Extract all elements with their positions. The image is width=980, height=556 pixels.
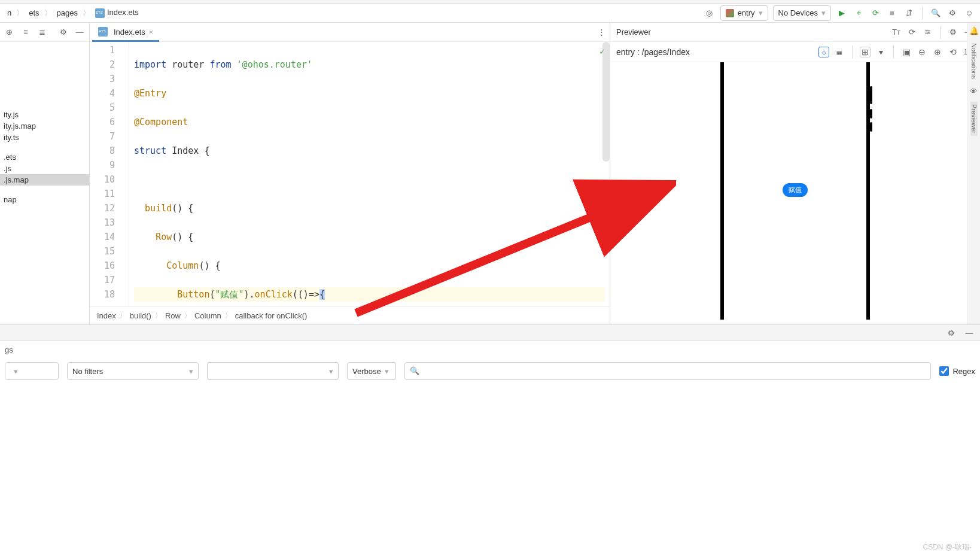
nav-line: n〉 ets〉 pages〉 Index.ets ◎ entry ▾ No De… bbox=[0, 4, 980, 23]
select-opened-file-icon[interactable]: ⊕ bbox=[4, 26, 15, 38]
regex-checkbox[interactable] bbox=[939, 366, 949, 376]
file-item[interactable]: .js bbox=[0, 163, 89, 174]
preview-canvas[interactable]: 赋值 bbox=[610, 62, 980, 324]
file-item[interactable]: ity.js bbox=[0, 109, 89, 120]
chevron-down-icon[interactable]: ▾ bbox=[875, 47, 886, 57]
path-breadcrumb: n〉 ets〉 pages〉 Index.ets bbox=[5, 7, 141, 19]
text-zoom-icon[interactable]: Tт bbox=[891, 27, 902, 38]
module-select[interactable]: entry ▾ bbox=[720, 5, 768, 21]
regex-toggle[interactable]: Regex bbox=[939, 366, 975, 376]
file-item[interactable]: ity.ts bbox=[0, 132, 89, 143]
zoom-in-icon[interactable]: ⊕ bbox=[932, 47, 943, 57]
toolbar-right: ◎ entry ▾ No Devices ▾ ▶ ⌖ ⟳ ■ ⇵ 🔍 ⚙ ☺ bbox=[704, 5, 975, 21]
filter-select[interactable]: No filters▾ bbox=[67, 362, 199, 380]
gear-icon[interactable]: ⚙ bbox=[57, 26, 69, 38]
device-frame: 赋值 bbox=[720, 62, 870, 320]
log-search[interactable]: 🔍 bbox=[404, 362, 931, 380]
regex-label: Regex bbox=[952, 367, 975, 376]
collapse-icon[interactable]: ≣ bbox=[36, 26, 48, 38]
refresh-icon[interactable]: ⟳ bbox=[906, 27, 917, 38]
stop-icon[interactable]: ■ bbox=[886, 7, 898, 19]
previewer-tab[interactable]: Previewer bbox=[970, 102, 978, 136]
devices-select[interactable]: No Devices ▾ bbox=[773, 5, 831, 21]
tag-select[interactable]: ▾ bbox=[207, 362, 339, 380]
layers-icon[interactable]: ≋ bbox=[922, 27, 933, 38]
inspector-icon[interactable]: ⟐ bbox=[818, 47, 829, 57]
watermark: CSDN @-耿瑞- bbox=[923, 542, 972, 552]
preview-path: entry : /pages/Index bbox=[616, 47, 690, 57]
module-icon bbox=[726, 9, 734, 17]
eye-icon[interactable]: 👁 bbox=[969, 86, 979, 97]
notifications-tab[interactable]: Notifications bbox=[970, 41, 978, 81]
previewer-subheader: entry : /pages/Index ⟐ ≣ ⊞ ▾ ▣ ⊖ ⊕ ⟲ 1:1 bbox=[610, 42, 980, 62]
more-icon[interactable]: ⋮ bbox=[595, 26, 607, 38]
file-item[interactable]: .ets bbox=[0, 151, 89, 163]
close-icon[interactable]: × bbox=[149, 28, 154, 37]
file-item[interactable]: nap bbox=[0, 194, 89, 205]
ets-file-icon bbox=[95, 8, 105, 18]
gutter: 1234 5678 9101112 13141516 1718 bbox=[90, 42, 121, 306]
sidebar-tools: ⊕ ≡ ≣ ⚙ — bbox=[0, 23, 89, 42]
zoom-out-icon[interactable]: ⊖ bbox=[917, 47, 927, 57]
expand-icon[interactable]: ≡ bbox=[20, 26, 31, 38]
crumb-file-label: Index.ets bbox=[107, 8, 139, 17]
search-icon: 🔍 bbox=[410, 366, 419, 375]
file-item[interactable]: ity.js.map bbox=[0, 120, 89, 132]
ets-file-icon bbox=[98, 27, 108, 37]
crop-icon[interactable]: ▣ bbox=[901, 47, 912, 57]
editor-tabs: Index.ets × ⋮ bbox=[90, 23, 610, 42]
file-tree[interactable]: ity.js ity.js.map ity.ts .ets .js .js.ma… bbox=[0, 42, 89, 324]
code-area[interactable]: import router from '@ohos.router' @Entry… bbox=[129, 42, 610, 306]
separator bbox=[922, 7, 923, 20]
file-item-selected[interactable]: .js.map bbox=[0, 174, 89, 186]
main-split: ⊕ ≡ ≣ ⚙ — ity.js ity.js.map ity.ts .ets … bbox=[0, 23, 980, 324]
tab-label: Index.ets bbox=[114, 28, 145, 37]
code-breadcrumb[interactable]: Index〉 build()〉 Row〉 Column〉 callback fo… bbox=[90, 306, 610, 324]
crumb-root[interactable]: n bbox=[5, 7, 14, 19]
sync-icon[interactable]: ⇵ bbox=[903, 7, 915, 19]
code-editor[interactable]: 1234 5678 9101112 13141516 1718 import r… bbox=[90, 42, 610, 306]
devices-label: No Devices bbox=[778, 8, 818, 17]
module-label: entry bbox=[738, 8, 755, 17]
previewer-header: Previewer Tт ⟳ ≋ ⚙ — bbox=[610, 23, 980, 42]
gear-icon[interactable]: ⚙ bbox=[946, 7, 958, 19]
gear-icon[interactable]: ⚙ bbox=[948, 27, 958, 38]
scrollbar[interactable] bbox=[602, 42, 610, 162]
debug-icon[interactable]: ⌖ bbox=[853, 7, 865, 19]
crumb-ets[interactable]: ets bbox=[26, 7, 41, 19]
rotate-icon[interactable]: ⟲ bbox=[948, 47, 958, 57]
tab-index-ets[interactable]: Index.ets × bbox=[92, 23, 159, 42]
chevron-right-icon: 〉 bbox=[83, 8, 90, 19]
right-rail: 🔔 Notifications 👁 Previewer bbox=[967, 23, 980, 324]
project-sidebar: ⊕ ≡ ≣ ⚙ — ity.js ity.js.map ity.ts .ets … bbox=[0, 23, 90, 324]
chevron-right-icon: 〉 bbox=[44, 8, 52, 19]
previewer-title: Previewer bbox=[616, 28, 651, 37]
log-tabs[interactable]: gs bbox=[0, 341, 980, 358]
profile-icon[interactable]: ⟳ bbox=[869, 7, 881, 19]
log-panel-head: ⚙ — bbox=[0, 324, 980, 341]
crumb-file[interactable]: Index.ets bbox=[93, 7, 141, 19]
stack-icon[interactable]: ≣ bbox=[834, 47, 845, 57]
crumb-pages[interactable]: pages bbox=[54, 7, 80, 19]
log-filters: ▾ No filters▾ ▾ Verbose▾ 🔍 Regex bbox=[0, 358, 980, 384]
previewer-panel: Previewer Tт ⟳ ≋ ⚙ — entry : /pages/Inde… bbox=[610, 23, 980, 324]
preview-button[interactable]: 赋值 bbox=[783, 183, 808, 197]
grid-icon[interactable]: ⊞ bbox=[860, 47, 871, 57]
gear-icon[interactable]: ⚙ bbox=[945, 327, 957, 339]
minimize-icon[interactable]: — bbox=[74, 26, 86, 38]
minimize-icon[interactable]: — bbox=[963, 327, 975, 339]
level-select[interactable]: Verbose▾ bbox=[347, 362, 396, 380]
target-icon[interactable]: ◎ bbox=[704, 7, 716, 19]
chevron-down-icon: ▾ bbox=[759, 8, 763, 17]
search-icon[interactable]: 🔍 bbox=[930, 7, 942, 19]
bell-icon[interactable]: 🔔 bbox=[969, 25, 979, 36]
fold-gutter[interactable] bbox=[121, 42, 129, 306]
chevron-right-icon: 〉 bbox=[16, 8, 24, 19]
chevron-down-icon: ▾ bbox=[821, 8, 826, 17]
run-icon[interactable]: ▶ bbox=[836, 7, 848, 19]
process-select[interactable]: ▾ bbox=[5, 362, 59, 380]
editor-column: Index.ets × ⋮ 1234 5678 9101112 13141516… bbox=[90, 23, 610, 324]
user-icon[interactable]: ☺ bbox=[963, 7, 975, 19]
